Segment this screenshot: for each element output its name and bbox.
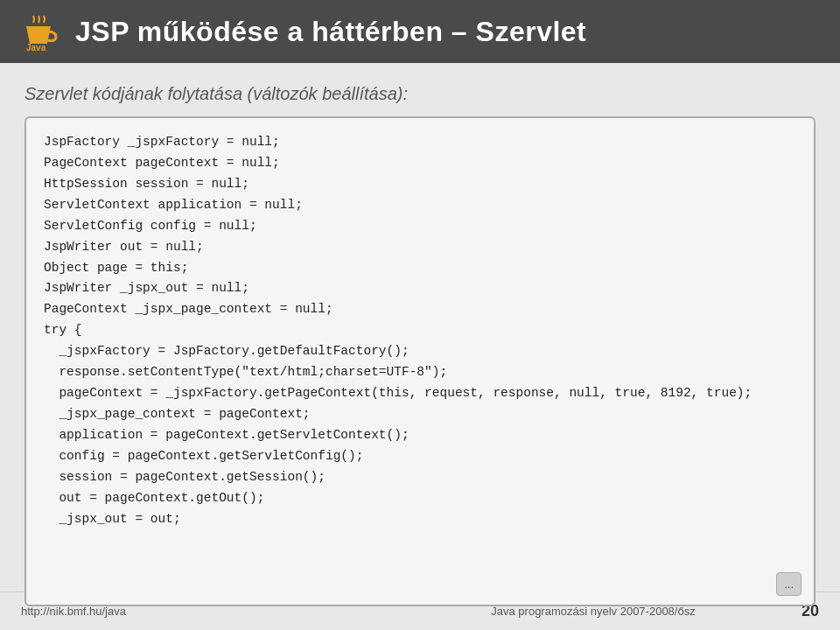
subtitle: Szervlet kódjának folytatása (változók b… (24, 84, 816, 104)
code-line: JspWriter out = null; (44, 237, 796, 258)
code-line: PageContext _jspx_page_context = null; (44, 299, 796, 320)
code-line: response.setContentType("text/html;chars… (44, 362, 796, 383)
code-line: pageContext = _jspxFactory.getPageContex… (44, 383, 796, 404)
code-line: Object page = this; (44, 258, 796, 279)
header-title: JSP működése a háttérben – Szervlet (75, 16, 586, 48)
code-line: PageContext pageContext = null; (44, 153, 796, 174)
code-line: JspFactory _jspxFactory = null; (44, 132, 796, 153)
code-line: config = pageContext.getServletConfig(); (44, 446, 796, 467)
code-line: ServletConfig config = null; (44, 216, 796, 237)
java-logo-icon: Java (18, 10, 60, 52)
code-line: _jspx_out = out; (44, 509, 796, 530)
code-line: try { (44, 320, 796, 341)
code-line: JspWriter _jspx_out = null; (44, 278, 796, 299)
code-line: _jspxFactory = JspFactory.getDefaultFact… (44, 341, 796, 362)
code-line: session = pageContext.getSession(); (44, 467, 796, 488)
code-line: HttpSession session = null; (44, 174, 796, 195)
footer-url: http://nik.bmf.hu/java (21, 605, 402, 618)
code-line: application = pageContext.getServletCont… (44, 425, 796, 446)
main-content: Szervlet kódjának folytatása (változók b… (0, 63, 840, 592)
code-ellipsis: ... (776, 572, 802, 596)
code-line: _jspx_page_context = pageContext; (44, 404, 796, 425)
code-line: ServletContext application = null; (44, 195, 796, 216)
footer-course: Java programozási nyelv 2007-2008/ősz (402, 605, 784, 618)
code-line: out = pageContext.getOut(); (44, 488, 796, 509)
svg-text:Java: Java (26, 43, 46, 52)
header: Java JSP működése a háttérben – Szervlet (0, 0, 840, 63)
code-block: JspFactory _jspxFactory = null;PageConte… (24, 116, 816, 606)
